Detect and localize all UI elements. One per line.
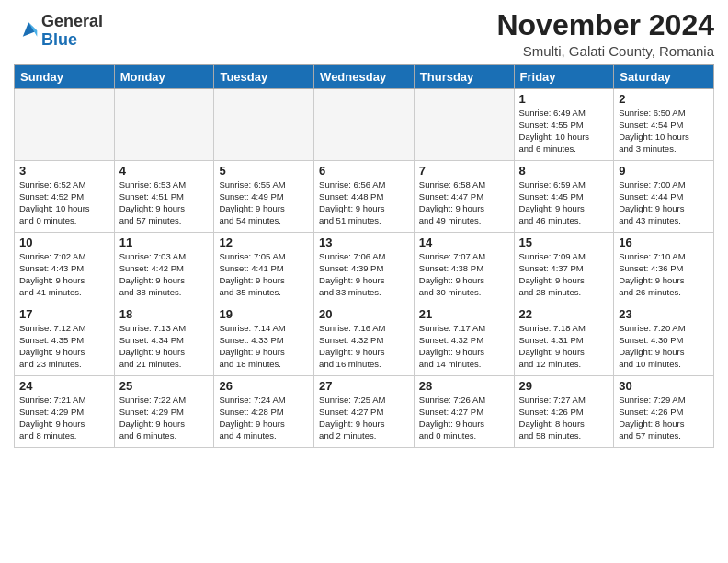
- cell-info: Sunrise: 7:24 AM Sunset: 4:28 PM Dayligh…: [219, 395, 309, 442]
- table-cell: 7Sunrise: 6:58 AM Sunset: 4:47 PM Daylig…: [414, 161, 514, 233]
- logo-icon: [16, 17, 41, 42]
- cell-info: Sunrise: 7:10 AM Sunset: 4:36 PM Dayligh…: [619, 251, 709, 298]
- cell-info: Sunrise: 7:21 AM Sunset: 4:29 PM Dayligh…: [19, 395, 109, 442]
- day-number: 2: [619, 92, 709, 106]
- cell-info: Sunrise: 7:14 AM Sunset: 4:33 PM Dayligh…: [219, 323, 309, 370]
- header-row: Sunday Monday Tuesday Wednesday Thursday…: [15, 65, 714, 89]
- table-cell: 18Sunrise: 7:13 AM Sunset: 4:34 PM Dayli…: [114, 304, 214, 376]
- cell-info: Sunrise: 7:07 AM Sunset: 4:38 PM Dayligh…: [419, 251, 509, 298]
- logo-general: General: [41, 12, 103, 30]
- cell-info: Sunrise: 7:06 AM Sunset: 4:39 PM Dayligh…: [319, 251, 409, 298]
- location-title: Smulti, Galati County, Romania: [496, 43, 714, 59]
- day-number: 13: [319, 236, 409, 249]
- day-number: 5: [219, 164, 309, 178]
- cell-info: Sunrise: 7:25 AM Sunset: 4:27 PM Dayligh…: [319, 395, 409, 442]
- table-cell: [15, 89, 115, 161]
- logo-blue: Blue: [41, 30, 77, 49]
- cell-info: Sunrise: 7:18 AM Sunset: 4:31 PM Dayligh…: [519, 323, 609, 370]
- table-cell: [114, 89, 214, 161]
- cell-info: Sunrise: 6:53 AM Sunset: 4:51 PM Dayligh…: [119, 179, 210, 226]
- calendar-row: 3Sunrise: 6:52 AM Sunset: 4:52 PM Daylig…: [15, 161, 714, 233]
- day-number: 7: [419, 164, 509, 178]
- table-cell: 23Sunrise: 7:20 AM Sunset: 4:30 PM Dayli…: [614, 304, 714, 376]
- col-friday: Friday: [514, 65, 614, 89]
- day-number: 26: [219, 379, 309, 393]
- table-cell: 27Sunrise: 7:25 AM Sunset: 4:27 PM Dayli…: [314, 376, 415, 448]
- table-cell: 4Sunrise: 6:53 AM Sunset: 4:51 PM Daylig…: [114, 161, 214, 233]
- day-number: 14: [419, 236, 509, 249]
- col-wednesday: Wednesday: [314, 65, 415, 89]
- day-number: 21: [419, 307, 509, 321]
- table-cell: 22Sunrise: 7:18 AM Sunset: 4:31 PM Dayli…: [514, 304, 614, 376]
- cell-info: Sunrise: 7:05 AM Sunset: 4:41 PM Dayligh…: [219, 251, 309, 298]
- cell-info: Sunrise: 7:13 AM Sunset: 4:34 PM Dayligh…: [119, 323, 210, 370]
- cell-info: Sunrise: 7:09 AM Sunset: 4:37 PM Dayligh…: [519, 251, 609, 298]
- table-cell: 30Sunrise: 7:29 AM Sunset: 4:26 PM Dayli…: [614, 376, 714, 448]
- table-cell: [214, 89, 314, 161]
- col-sunday: Sunday: [15, 65, 115, 89]
- table-cell: 15Sunrise: 7:09 AM Sunset: 4:37 PM Dayli…: [514, 233, 614, 304]
- table-cell: 19Sunrise: 7:14 AM Sunset: 4:33 PM Dayli…: [214, 304, 314, 376]
- table-cell: 16Sunrise: 7:10 AM Sunset: 4:36 PM Dayli…: [614, 233, 714, 304]
- table-cell: 12Sunrise: 7:05 AM Sunset: 4:41 PM Dayli…: [214, 233, 314, 304]
- cell-info: Sunrise: 7:12 AM Sunset: 4:35 PM Dayligh…: [19, 323, 109, 370]
- day-number: 28: [419, 379, 509, 393]
- cell-info: Sunrise: 7:29 AM Sunset: 4:26 PM Dayligh…: [619, 395, 709, 442]
- calendar-row: 24Sunrise: 7:21 AM Sunset: 4:29 PM Dayli…: [15, 376, 714, 448]
- table-cell: 10Sunrise: 7:02 AM Sunset: 4:43 PM Dayli…: [15, 233, 115, 304]
- calendar-header: Sunday Monday Tuesday Wednesday Thursday…: [15, 65, 714, 89]
- day-number: 10: [19, 236, 109, 249]
- day-number: 9: [619, 164, 709, 178]
- table-cell: 9Sunrise: 7:00 AM Sunset: 4:44 PM Daylig…: [614, 161, 714, 233]
- cell-info: Sunrise: 6:49 AM Sunset: 4:55 PM Dayligh…: [519, 108, 609, 155]
- table-cell: 13Sunrise: 7:06 AM Sunset: 4:39 PM Dayli…: [314, 233, 415, 304]
- day-number: 3: [19, 164, 109, 178]
- day-number: 30: [619, 379, 709, 393]
- month-title: November 2024: [496, 9, 714, 41]
- calendar-row: 10Sunrise: 7:02 AM Sunset: 4:43 PM Dayli…: [15, 233, 714, 304]
- table-cell: [414, 89, 514, 161]
- table-cell: 25Sunrise: 7:22 AM Sunset: 4:29 PM Dayli…: [114, 376, 214, 448]
- calendar-row: 1Sunrise: 6:49 AM Sunset: 4:55 PM Daylig…: [15, 89, 714, 161]
- calendar-row: 17Sunrise: 7:12 AM Sunset: 4:35 PM Dayli…: [15, 304, 714, 376]
- page-container: General Blue November 2024 Smulti, Galat…: [0, 0, 728, 455]
- day-number: 15: [519, 236, 609, 249]
- col-thursday: Thursday: [414, 65, 514, 89]
- cell-info: Sunrise: 6:58 AM Sunset: 4:47 PM Dayligh…: [419, 179, 509, 226]
- table-cell: 26Sunrise: 7:24 AM Sunset: 4:28 PM Dayli…: [214, 376, 314, 448]
- day-number: 6: [319, 164, 409, 178]
- cell-info: Sunrise: 6:55 AM Sunset: 4:49 PM Dayligh…: [219, 179, 309, 226]
- day-number: 27: [319, 379, 409, 393]
- table-cell: 21Sunrise: 7:17 AM Sunset: 4:32 PM Dayli…: [414, 304, 514, 376]
- calendar-table: Sunday Monday Tuesday Wednesday Thursday…: [14, 64, 714, 448]
- header: General Blue November 2024 Smulti, Galat…: [14, 9, 714, 59]
- col-monday: Monday: [114, 65, 214, 89]
- title-block: November 2024 Smulti, Galati County, Rom…: [496, 9, 714, 59]
- table-cell: [314, 89, 415, 161]
- cell-info: Sunrise: 7:16 AM Sunset: 4:32 PM Dayligh…: [319, 323, 409, 370]
- day-number: 16: [619, 236, 709, 249]
- table-cell: 1Sunrise: 6:49 AM Sunset: 4:55 PM Daylig…: [514, 89, 614, 161]
- day-number: 18: [119, 307, 210, 321]
- table-cell: 14Sunrise: 7:07 AM Sunset: 4:38 PM Dayli…: [414, 233, 514, 304]
- table-cell: 5Sunrise: 6:55 AM Sunset: 4:49 PM Daylig…: [214, 161, 314, 233]
- day-number: 20: [319, 307, 409, 321]
- cell-info: Sunrise: 7:17 AM Sunset: 4:32 PM Dayligh…: [419, 323, 509, 370]
- col-tuesday: Tuesday: [214, 65, 314, 89]
- day-number: 8: [519, 164, 609, 178]
- day-number: 19: [219, 307, 309, 321]
- cell-info: Sunrise: 6:56 AM Sunset: 4:48 PM Dayligh…: [319, 179, 409, 226]
- table-cell: 29Sunrise: 7:27 AM Sunset: 4:26 PM Dayli…: [514, 376, 614, 448]
- day-number: 25: [119, 379, 210, 393]
- table-cell: 2Sunrise: 6:50 AM Sunset: 4:54 PM Daylig…: [614, 89, 714, 161]
- cell-info: Sunrise: 6:50 AM Sunset: 4:54 PM Dayligh…: [619, 108, 709, 155]
- cell-info: Sunrise: 7:20 AM Sunset: 4:30 PM Dayligh…: [619, 323, 709, 370]
- cell-info: Sunrise: 7:26 AM Sunset: 4:27 PM Dayligh…: [419, 395, 509, 442]
- cell-info: Sunrise: 7:03 AM Sunset: 4:42 PM Dayligh…: [119, 251, 210, 298]
- day-number: 11: [119, 236, 210, 249]
- table-cell: 24Sunrise: 7:21 AM Sunset: 4:29 PM Dayli…: [15, 376, 115, 448]
- day-number: 22: [519, 307, 609, 321]
- cell-info: Sunrise: 7:22 AM Sunset: 4:29 PM Dayligh…: [119, 395, 210, 442]
- cell-info: Sunrise: 7:27 AM Sunset: 4:26 PM Dayligh…: [519, 395, 609, 442]
- day-number: 4: [119, 164, 210, 178]
